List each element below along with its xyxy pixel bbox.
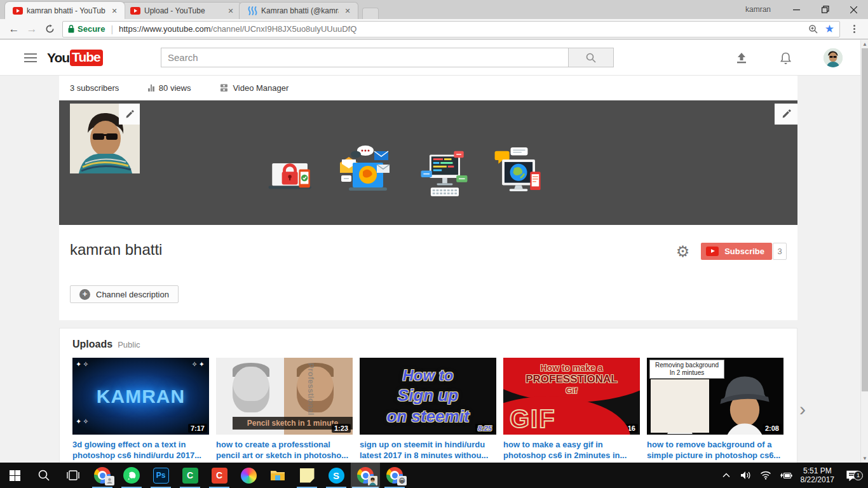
taskbar-clock[interactable]: 5:51 PM 8/22/2017 [801,466,834,484]
subscribe-button[interactable]: Subscribe [701,243,772,260]
photoshop-icon: Ps [153,468,169,484]
security-label: Secure [78,24,105,34]
window-restore-button[interactable] [811,1,839,18]
taskbar-app-file-explorer[interactable] [263,463,292,488]
tab-close-icon[interactable]: ✕ [109,6,119,16]
sparkle-decoration: ✧✦ [192,360,206,369]
thumbnail-text: How to [403,367,454,384]
new-tab-button[interactable] [362,8,379,19]
video-manager-label: Video Manager [233,83,288,93]
sticky-notes-icon [300,468,315,483]
date-text: 8/22/2017 [801,475,834,484]
task-view-icon [67,470,79,480]
video-title-link[interactable]: how to remove background of a simple pic… [647,439,783,461]
window-minimize-button[interactable] [782,1,811,18]
notification-count-badge: 1 [853,471,863,480]
edit-banner-button[interactable] [775,104,797,125]
browser-menu-button[interactable] [845,25,863,33]
taskbar-search-button[interactable] [29,463,58,488]
thumbnail-text: Sign up [398,386,458,405]
task-view-button[interactable] [58,463,88,488]
taskbar-app-whatsapp[interactable] [117,463,146,488]
taskbar-app-skype[interactable]: S [322,463,351,488]
thumbnail-text: GIF [510,405,556,433]
url-host: https://www.youtube.com [119,24,211,34]
video-thumbnail[interactable]: Professtional Pencil sketch in 1 minute … [216,358,353,435]
video-duration: 8:25 [475,424,494,433]
channel-description-button[interactable]: + Channel description [70,285,179,303]
video-duration: 1:23 [332,424,351,433]
video-duration: 2:08 [763,424,782,433]
edit-avatar-button[interactable] [119,104,140,125]
search-button[interactable] [568,48,614,67]
carousel-next-arrow[interactable]: › [799,400,806,419]
thumbnail-text: on steemit [386,407,469,426]
upload-button[interactable] [735,51,748,64]
taskbar-app-chrome-secondary[interactable]: 😀 [380,463,409,488]
taskbar-app-photoshop[interactable]: Ps [146,463,175,488]
start-button[interactable] [0,463,29,488]
back-button[interactable]: ← [5,20,23,38]
logo-tube-text: Tube [70,50,103,66]
account-avatar[interactable] [824,48,843,67]
video-title-link[interactable]: sign up on steemit in hindi/urdu latest … [360,439,496,461]
tab-kamran-bhatti-youtube[interactable]: kamran bhatti - YouTube ✕ [5,2,125,19]
subscribers-count: 3 subscribers [70,83,119,93]
channel-description-label: Channel description [96,290,169,299]
bookmark-star-icon[interactable]: ★ [825,22,834,36]
play-badge-icon [706,247,719,256]
video-title-link[interactable]: 3d glowing effect on a text in photoshop… [72,439,209,461]
tray-expand-chevron-icon[interactable] [719,473,733,478]
taskbar-app-sticky-notes[interactable] [292,463,322,488]
battery-icon[interactable] [778,471,792,480]
taskbar-app-torch-browser[interactable] [234,463,263,488]
guide-menu-icon[interactable] [24,53,37,62]
video-thumbnail[interactable]: Removing background In 2 mintues [647,358,783,435]
taskbar-app-chrome-active[interactable] [351,463,380,488]
forward-button[interactable]: → [23,20,41,38]
search-input[interactable] [161,48,568,67]
volume-icon[interactable] [739,471,753,480]
tab-title: Upload - YouTube [144,6,222,15]
tab-close-icon[interactable]: ✕ [226,6,236,16]
video-card: Professtional Pencil sketch in 1 minute … [216,358,353,461]
tab-close-icon[interactable]: ✕ [342,6,353,16]
video-thumbnail[interactable]: How to make a PROFESSTIONAL Gif GIF 2:16 [503,358,640,435]
tab-upload-youtube[interactable]: Upload - YouTube ✕ [122,2,241,19]
video-title-link[interactable]: how to make a easy gif in photoshop cs6 … [503,439,640,461]
uploads-section: Uploads Public ✦✧ ✧✦ ✦✧ KAMRAN 7:17 3d g… [59,328,797,463]
action-center-button[interactable]: 1 [843,470,862,481]
taskbar-app-camtasia[interactable]: C [175,463,205,488]
video-card: How to Sign up on steemit 8:25 sign up o… [360,358,496,461]
notifications-button[interactable] [780,51,792,65]
channel-stats-bar: 3 subscribers 80 views Video Manager [59,76,797,100]
taskbar-app-chrome-profile[interactable] [88,463,117,488]
video-manager-link[interactable]: Video Manager [220,83,288,93]
zoom-icon[interactable] [808,24,818,34]
page-scrollbar[interactable]: ▲ ▼ [860,40,868,463]
security-chip[interactable]: Secure [68,24,105,34]
channel-settings-gear-icon[interactable]: ⚙ [676,244,690,259]
sketch-figure [233,367,269,412]
chrome-profile-name[interactable]: kamran [745,5,771,14]
url-text[interactable]: https://www.youtube.com/channel/UCnxI9H8… [119,24,808,34]
address-bar[interactable]: Secure | https://www.youtube.com/channel… [62,21,840,37]
scroll-up-arrow[interactable]: ▲ [861,40,868,48]
scrollbar-thumb[interactable] [862,48,868,391]
video-thumbnail[interactable]: ✦✧ ✧✦ ✦✧ KAMRAN 7:17 [72,358,209,435]
views-stat[interactable]: 80 views [148,83,191,93]
youtube-logo[interactable]: You Tube [47,50,103,66]
camtasia-icon: C [182,468,198,484]
tab-steemit-kamran[interactable]: Kamran bhatti (@kamran ✕ [239,2,358,19]
video-thumbnail[interactable]: How to Sign up on steemit 8:25 [360,358,496,435]
video-duration: 2:16 [619,424,638,433]
search-icon [37,469,50,482]
scroll-down-arrow[interactable]: ▼ [861,454,868,463]
video-title-link[interactable]: how to create a professtional pencil art… [216,439,353,461]
taskbar-app-camtasia-recorder[interactable]: C [205,463,234,488]
lock-icon [68,25,74,33]
window-close-button[interactable] [839,1,868,18]
reload-button[interactable] [41,20,58,38]
wifi-icon[interactable] [759,471,773,480]
channel-avatar-photo[interactable] [70,104,140,173]
